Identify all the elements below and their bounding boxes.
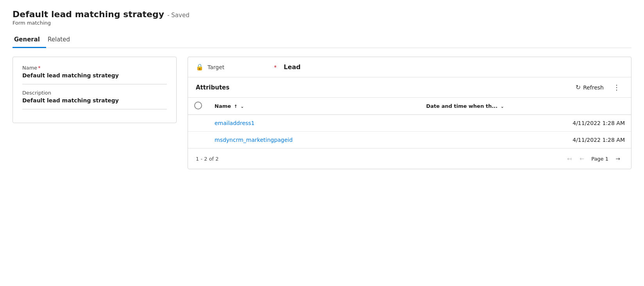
row-date: 4/11/2022 1:28 AM — [420, 132, 631, 148]
page-label: Page 1 — [589, 156, 611, 162]
name-field-label: Name* — [22, 65, 167, 71]
prev-page-button[interactable]: ← — [576, 153, 587, 164]
refresh-icon: ↻ — [576, 84, 581, 91]
tab-related[interactable]: Related — [46, 33, 76, 48]
saved-indicator: - Saved — [167, 12, 190, 19]
th-name[interactable]: Name ↑ ⌄ — [208, 98, 420, 115]
target-required-indicator: * — [274, 64, 277, 70]
tab-general[interactable]: General — [13, 33, 46, 48]
more-options-button[interactable]: ⋮ — [610, 82, 623, 93]
description-field-value: Default lead matching strategy — [22, 97, 167, 104]
next-page-button[interactable]: → — [612, 153, 623, 164]
row-date: 4/11/2022 1:28 AM — [420, 115, 631, 132]
refresh-button[interactable]: ↻ Refresh — [572, 82, 607, 93]
name-sort-asc-icon: ↑ — [234, 104, 238, 109]
pagination-controls: ↤ ← Page 1 → — [564, 153, 623, 164]
select-all-checkbox[interactable] — [194, 102, 202, 109]
refresh-label: Refresh — [583, 84, 604, 91]
target-label: Target — [208, 64, 270, 70]
pagination-info: 1 - 2 of 2 — [196, 156, 219, 162]
th-date[interactable]: Date and time when th... ⌄ — [420, 98, 631, 115]
right-panel: 🔒 Target * Lead Attributes ↻ Refresh ⋮ — [188, 57, 631, 169]
pagination-bar: 1 - 2 of 2 ↤ ← Page 1 → — [188, 148, 631, 169]
lock-icon: 🔒 — [196, 63, 204, 71]
left-card: Name* Default lead matching strategy Des… — [13, 57, 177, 123]
name-divider — [22, 84, 167, 84]
page-header: Default lead matching strategy - Saved F… — [13, 9, 631, 26]
target-value: Lead — [284, 63, 301, 71]
th-checkbox — [188, 98, 208, 115]
attributes-header: Attributes ↻ Refresh ⋮ — [188, 77, 631, 98]
row-checkbox — [188, 132, 208, 148]
main-layout: Name* Default lead matching strategy Des… — [13, 57, 631, 169]
page-subtitle: Form matching — [13, 20, 631, 26]
row-name[interactable]: emailaddress1 — [208, 115, 420, 132]
table-row: msdyncrm_marketingpageid 4/11/2022 1:28 … — [188, 132, 631, 148]
target-row: 🔒 Target * Lead — [188, 57, 631, 77]
attributes-title: Attributes — [196, 84, 569, 91]
tab-bar: General Related — [13, 33, 631, 48]
row-checkbox — [188, 115, 208, 132]
table-row: emailaddress1 4/11/2022 1:28 AM — [188, 115, 631, 132]
name-required-indicator: * — [38, 65, 41, 71]
row-name[interactable]: msdyncrm_marketingpageid — [208, 132, 420, 148]
attributes-table: Name ↑ ⌄ Date and time when th... ⌄ emai… — [188, 98, 631, 148]
name-field-value: Default lead matching strategy — [22, 72, 167, 79]
table-header-row: Name ↑ ⌄ Date and time when th... ⌄ — [188, 98, 631, 115]
name-sort-desc-icon: ⌄ — [240, 104, 244, 109]
description-field-label: Description — [22, 90, 167, 96]
first-page-button[interactable]: ↤ — [564, 153, 575, 164]
date-sort-icon: ⌄ — [501, 104, 504, 109]
description-divider — [22, 109, 167, 109]
page-title: Default lead matching strategy — [13, 9, 164, 19]
